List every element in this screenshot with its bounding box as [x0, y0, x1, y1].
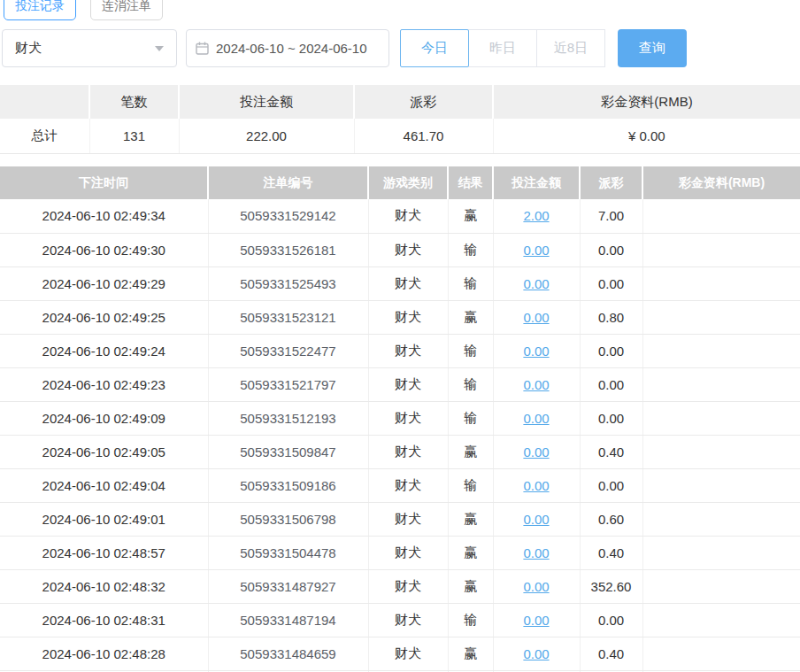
summary-header-count: 笔数	[89, 85, 179, 119]
bet-amount-link[interactable]: 0.00	[523, 579, 549, 594]
last-8-days-button[interactable]: 近8日	[536, 29, 605, 67]
cell-payout: 352.60	[580, 569, 642, 603]
cell-time: 2024-06-10 02:49:30	[0, 233, 208, 266]
cell-order_id: 5059331509847	[208, 435, 368, 468]
bet-amount-link[interactable]: 0.00	[523, 478, 549, 493]
bet-amount-link[interactable]: 0.00	[523, 512, 549, 527]
cell-bet: 2.00	[493, 199, 580, 233]
cell-payout: 0.00	[580, 233, 642, 266]
bet-amount-link[interactable]: 2.00	[523, 208, 549, 223]
cell-time: 2024-06-10 02:49:01	[0, 502, 208, 536]
cell-result: 赢	[448, 435, 493, 468]
cell-bonus	[642, 233, 800, 266]
cell-bet: 0.00	[493, 401, 580, 435]
bet-amount-link[interactable]: 0.00	[523, 243, 549, 258]
bet-table-header-row: 下注时间 注单编号 游戏类别 结果 投注金额 派彩 彩金资料(RMB)	[0, 166, 800, 199]
cell-result: 赢	[448, 300, 493, 334]
table-row: 2024-06-10 02:49:045059331509186财犬输0.000…	[0, 468, 800, 502]
cell-game: 财犬	[368, 435, 448, 468]
filter-bar: 财犬 2024-06-10 ~ 2024-06-10 今日 昨日 近8日 查询	[0, 29, 800, 67]
cell-time: 2024-06-10 02:49:34	[0, 199, 208, 233]
cell-game: 财犬	[368, 401, 448, 435]
cell-time: 2024-06-10 02:49:29	[0, 266, 208, 300]
tab-bet-records[interactable]: 投注记录	[4, 0, 76, 20]
summary-total-row: 总计 131 222.00 461.70 ¥ 0.00	[0, 119, 800, 153]
table-row: 2024-06-10 02:49:245059331522477财犬输0.000…	[0, 334, 800, 367]
cell-bonus	[642, 637, 800, 670]
cell-order_id: 5059331512193	[208, 401, 368, 435]
bet-amount-link[interactable]: 0.00	[523, 310, 549, 325]
cell-bet: 0.00	[493, 569, 580, 603]
game-select[interactable]: 财犬	[2, 29, 177, 67]
date-range-input[interactable]: 2024-06-10 ~ 2024-06-10	[186, 29, 389, 67]
cell-game: 财犬	[368, 199, 448, 233]
today-button[interactable]: 今日	[400, 29, 469, 67]
summary-header-row: 笔数 投注金额 派彩 彩金资料(RMB)	[0, 85, 800, 119]
bet-amount-link[interactable]: 0.00	[523, 344, 549, 359]
cell-time: 2024-06-10 02:49:23	[0, 367, 208, 401]
cell-payout: 0.60	[580, 502, 642, 536]
table-row: 2024-06-10 02:49:345059331529142财犬赢2.007…	[0, 199, 800, 233]
cell-payout: 7.00	[580, 199, 642, 233]
cell-time: 2024-06-10 02:49:09	[0, 401, 208, 435]
summary-header-payout: 派彩	[354, 85, 493, 119]
cell-bonus	[642, 603, 800, 637]
cell-bonus	[642, 435, 800, 468]
bet-amount-link[interactable]: 0.00	[523, 613, 549, 628]
cell-game: 财犬	[368, 300, 448, 334]
top-tabs: 投注记录 连消注单	[4, 0, 163, 20]
cell-result: 输	[448, 266, 493, 300]
table-row: 2024-06-10 02:49:015059331506798财犬赢0.000…	[0, 502, 800, 536]
cell-bet: 0.00	[493, 300, 580, 334]
summary-total-label: 总计	[0, 119, 89, 153]
cell-order_id: 5059331523121	[208, 300, 368, 334]
cell-bonus	[642, 199, 800, 233]
query-button[interactable]: 查询	[618, 29, 687, 67]
cell-payout: 0.40	[580, 536, 642, 569]
cell-order_id: 5059331525493	[208, 266, 368, 300]
cell-game: 财犬	[368, 266, 448, 300]
cell-time: 2024-06-10 02:48:31	[0, 603, 208, 637]
cell-result: 赢	[448, 502, 493, 536]
cell-bet: 0.00	[493, 468, 580, 502]
cell-time: 2024-06-10 02:48:57	[0, 536, 208, 569]
bet-amount-link[interactable]: 0.00	[523, 646, 549, 661]
cell-bonus	[642, 266, 800, 300]
cell-game: 财犬	[368, 334, 448, 367]
cell-bet: 0.00	[493, 266, 580, 300]
header-payout: 派彩	[580, 166, 642, 199]
cell-order_id: 5059331521797	[208, 367, 368, 401]
bet-amount-link[interactable]: 0.00	[523, 444, 549, 460]
cell-payout: 0.80	[580, 300, 642, 334]
cell-result: 输	[448, 401, 493, 435]
cell-game: 财犬	[368, 603, 448, 637]
date-range-value: 2024-06-10 ~ 2024-06-10	[216, 41, 367, 56]
cell-time: 2024-06-10 02:48:32	[0, 569, 208, 603]
header-game-type: 游戏类别	[368, 166, 448, 199]
bet-amount-link[interactable]: 0.00	[523, 276, 549, 291]
cell-result: 赢	[448, 569, 493, 603]
cell-game: 财犬	[368, 468, 448, 502]
cell-game: 财犬	[368, 536, 448, 569]
cell-time: 2024-06-10 02:48:28	[0, 637, 208, 670]
cell-order_id: 5059331506798	[208, 502, 368, 536]
cell-time: 2024-06-10 02:49:24	[0, 334, 208, 367]
tab-chain-cancel-orders[interactable]: 连消注单	[90, 0, 163, 20]
cell-payout: 0.00	[580, 266, 642, 300]
bet-amount-link[interactable]: 0.00	[523, 545, 549, 560]
quick-date-button-group: 今日 昨日 近8日	[400, 29, 605, 67]
summary-header-bonus: 彩金资料(RMB)	[493, 85, 800, 119]
cell-result: 输	[448, 468, 493, 502]
cell-game: 财犬	[368, 502, 448, 536]
cell-payout: 0.00	[580, 468, 642, 502]
bet-amount-link[interactable]: 0.00	[523, 411, 549, 426]
cell-result: 赢	[448, 536, 493, 569]
bet-amount-link[interactable]: 0.00	[523, 377, 549, 392]
cell-time: 2024-06-10 02:49:25	[0, 300, 208, 334]
header-bonus: 彩金资料(RMB)	[642, 166, 800, 199]
bet-records-table: 下注时间 注单编号 游戏类别 结果 投注金额 派彩 彩金资料(RMB) 2024…	[0, 166, 800, 672]
cell-game: 财犬	[368, 367, 448, 401]
yesterday-button[interactable]: 昨日	[468, 29, 537, 67]
table-row: 2024-06-10 02:48:285059331484659财犬赢0.000…	[0, 637, 800, 670]
cell-bet: 0.00	[493, 435, 580, 468]
